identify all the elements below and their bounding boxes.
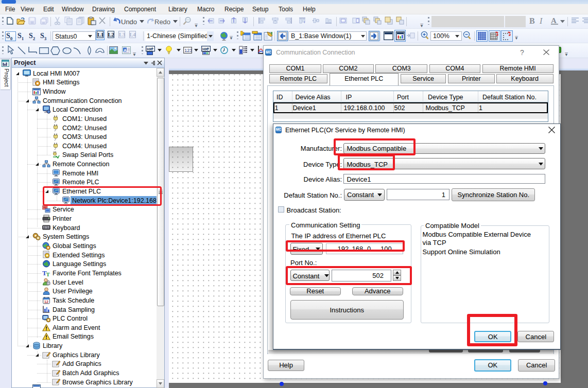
svg-text:12: 12 xyxy=(44,299,48,303)
svg-text:T: T xyxy=(46,271,50,277)
svg-text:123: 123 xyxy=(184,48,192,53)
svg-text:A: A xyxy=(124,48,127,52)
